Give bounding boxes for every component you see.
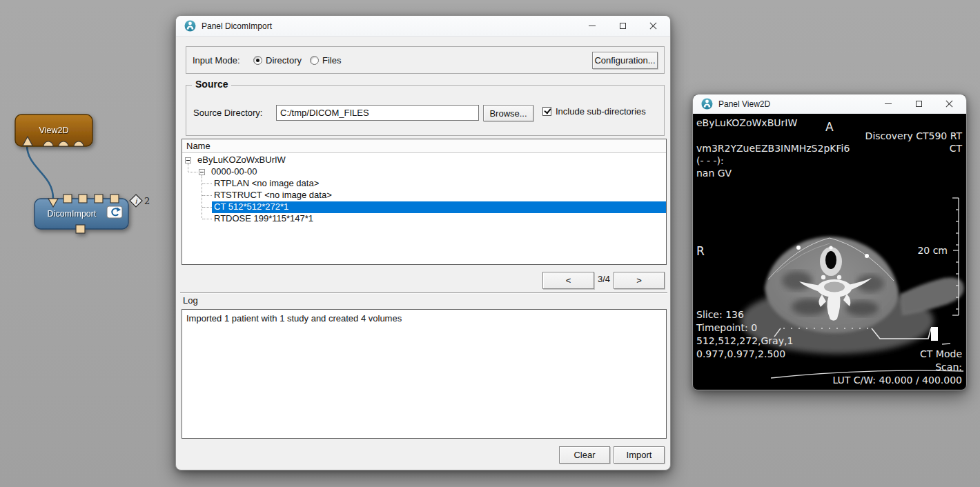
collapse-icon[interactable] <box>199 169 205 175</box>
close-button[interactable] <box>641 16 665 36</box>
tree-item-label: eByLuKOZoWxBUrIW <box>195 155 666 166</box>
dicom-import-window: Panel DicomImport Input Mode: Directory … <box>175 15 671 470</box>
view2d-titlebar[interactable]: Panel View2D <box>693 95 966 114</box>
minimize-icon <box>589 26 596 26</box>
source-groupbox: Source Source Directory: Browse... Inclu… <box>186 85 665 136</box>
dicomimport-field-connector-4[interactable] <box>110 195 119 203</box>
dicomimport-field-connector-3[interactable] <box>95 195 103 203</box>
source-directory-label: Source Directory: <box>193 108 262 118</box>
overlay-scale-label: 20 cm <box>917 245 948 256</box>
node-view2d-label: View2D <box>39 126 69 135</box>
input-mode-frame: Input Mode: Directory Files Configuratio… <box>186 46 665 74</box>
previous-volume-button[interactable]: < <box>542 272 594 289</box>
radio-directory-label: Directory <box>266 55 302 66</box>
source-directory-input[interactable] <box>276 105 479 121</box>
overlay-orientation-anterior: A <box>825 120 834 134</box>
dicom-import-titlebar[interactable]: Panel DicomImport <box>176 16 670 37</box>
overlay-cursor-position: (- - -): <box>696 155 724 166</box>
source-legend: Source <box>192 79 231 90</box>
collapse-icon[interactable] <box>185 157 191 163</box>
browse-button[interactable]: Browse... <box>483 105 533 121</box>
minimize-button[interactable] <box>580 16 604 36</box>
configuration-button[interactable]: Configuration... <box>592 52 658 69</box>
overlay-scan-label: Scan: <box>935 361 962 372</box>
section-divider <box>180 292 667 294</box>
info-badge[interactable]: i 2 <box>130 195 150 207</box>
tree-item-label: CT 512*512*272*1 <box>212 201 666 213</box>
window-title: Panel DicomImport <box>202 21 580 31</box>
maximize-icon <box>620 23 626 29</box>
import-button[interactable]: Import <box>614 446 665 464</box>
checkbox-control[interactable] <box>542 107 551 116</box>
maximize-icon <box>916 101 922 107</box>
info-badge-count: 2 <box>144 196 150 206</box>
include-subdirectories-checkbox[interactable]: Include sub-directories <box>542 106 646 117</box>
view2d-window: Panel View2D <box>692 94 967 390</box>
overlay-modality: CT <box>950 143 962 154</box>
maximize-button[interactable] <box>611 16 634 36</box>
radio-files-control[interactable] <box>310 56 319 65</box>
radio-files[interactable]: Files <box>310 55 341 66</box>
ct-viewer[interactable]: eByLuKOZoWxBUrIW A Discovery CT590 RT vm… <box>694 114 966 389</box>
connection-wire[interactable] <box>27 145 53 199</box>
scale-ruler <box>952 197 963 316</box>
tree-item-study[interactable]: 0000-00-00 <box>182 166 666 178</box>
tree-item-label: RTDOSE 199*115*147*1 <box>212 213 666 225</box>
overlay-patient-id: eByLuKOZoWxBUrIW <box>696 117 797 128</box>
overlay-slice-number: Slice: 136 <box>696 309 744 320</box>
tree-item-rtplan[interactable]: RTPLAN <no image data> <box>182 178 666 190</box>
clear-button[interactable]: Clear <box>559 446 610 464</box>
input-mode-label: Input Mode: <box>193 55 253 66</box>
next-volume-button[interactable]: > <box>614 272 665 289</box>
node-view2d[interactable]: View2D View2D <box>15 115 92 146</box>
tree-item-label: 0000-00-00 <box>209 166 666 178</box>
tree-leader <box>202 202 212 208</box>
close-icon <box>945 100 953 108</box>
tree-item-patient[interactable]: eByLuKOZoWxBUrIW <box>182 155 666 166</box>
radio-directory-control[interactable] <box>253 56 262 65</box>
minimize-button[interactable] <box>876 94 900 114</box>
overlay-lut-window: LUT C/W: 40.000 / 400.000 <box>832 375 962 386</box>
tree-item-rtdose[interactable]: RTDOSE 199*115*147*1 <box>182 213 666 225</box>
tree-item-rtstruct[interactable]: RTSTRUCT <no image data> <box>182 190 666 201</box>
radio-files-label: Files <box>322 55 341 66</box>
mevislab-app-icon <box>701 98 713 110</box>
window-title: Panel View2D <box>718 99 876 109</box>
overlay-dimensions: 512,512,272,Gray,1 <box>696 335 793 346</box>
node-dicomimport-label: DicomImport <box>48 209 97 219</box>
node-dicomimport[interactable]: DicomImport DicomImport <box>35 195 128 233</box>
close-button[interactable] <box>937 94 961 114</box>
dicomimport-bottom-connector[interactable] <box>76 225 85 233</box>
log-output[interactable]: Imported 1 patient with 1 study and crea… <box>182 309 667 439</box>
overlay-gray-value: nan GV <box>696 168 732 179</box>
tree-item-label: RTSTRUCT <no image data> <box>212 190 666 201</box>
close-icon <box>649 22 657 30</box>
node-graph-canvas: View2D View2D DicomImport DicomImport i … <box>0 102 173 254</box>
tree-item-ct-selected[interactable]: CT 512*512*272*1 <box>182 201 666 213</box>
overlay-timepoint: Timepoint: 0 <box>696 322 757 333</box>
dicomimport-field-connector-2[interactable] <box>79 195 87 203</box>
overlay-voxel-spacing: 0.977,0.977,2.500 <box>696 348 785 359</box>
minimize-icon <box>885 103 892 104</box>
log-label: Log <box>183 295 198 306</box>
overlay-orientation-right: R <box>696 244 705 258</box>
reload-icon[interactable] <box>107 206 122 218</box>
tree-item-label: RTPLAN <no image data> <box>212 178 666 190</box>
tree-leader <box>202 214 212 219</box>
tree-leader <box>202 179 212 184</box>
overlay-scanner-model: Discovery CT590 RT <box>865 130 962 141</box>
dicom-tree[interactable]: Name eByLuKOZoWxBUrIW 0000-00-00 RTPLAN … <box>182 139 667 265</box>
radio-directory[interactable]: Directory <box>253 55 302 66</box>
include-subdirectories-label: Include sub-directories <box>556 106 646 117</box>
mevislab-app-icon <box>184 20 196 32</box>
maximize-button[interactable] <box>907 94 930 114</box>
tree-header-name[interactable]: Name <box>182 139 666 153</box>
overlay-series-id: vm3R2YZueEZB3INMHzS2pKFi6 <box>696 143 850 154</box>
overlay-ct-mode: CT Mode <box>920 348 962 359</box>
tree-leader <box>202 190 212 196</box>
dicomimport-field-connector-1[interactable] <box>63 195 72 203</box>
pager-label: 3/4 <box>594 274 614 284</box>
